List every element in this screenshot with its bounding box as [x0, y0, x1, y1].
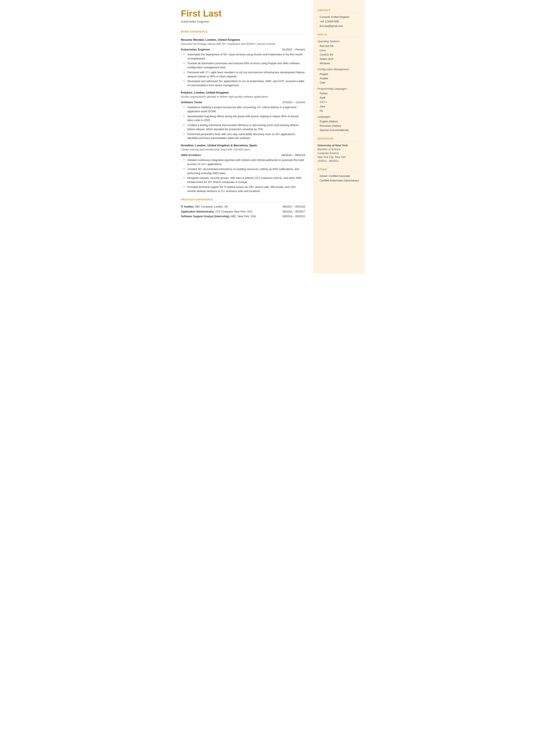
contact-list: Cornwall, United Kingdom+44 1234567890fi… [318, 15, 360, 28]
skill-item: Linux [318, 48, 360, 52]
job-bullets: Automated the deployment of 55+ cloud se… [181, 53, 305, 88]
skills-list: PuppetAnsibleChef [318, 72, 360, 85]
skill-item: CentOS 4/5 [318, 53, 360, 57]
prev-exp-row: IT Auditor, ABC Company, London, UK06/20… [181, 205, 305, 209]
contact-heading: CONTACT [318, 9, 360, 14]
skills-list: PythonSwiftC/C++JavaGo [318, 92, 360, 113]
company-rest: London, United Kingdom [193, 91, 229, 94]
education-container: University of New YorkBachelor of Scienc… [318, 143, 360, 163]
job-description: Education technology startup with 50+ em… [181, 42, 305, 46]
other-list: Docker Certified AssociateCertified Kube… [318, 174, 360, 182]
bullet-item: Spearheaded bug-fixing efforts during th… [183, 114, 305, 123]
contact-item: +44 1234567890 [318, 20, 360, 23]
previous-experience-container: IT Auditor, ABC Company, London, UK06/20… [181, 205, 305, 218]
job-dates: 07/2021 – Current [282, 100, 305, 104]
company-rest: London, United Kingdom [205, 38, 240, 42]
bullet-item: Created 30+ documented instructions on b… [183, 167, 305, 176]
left-column: First Last Kubernetes Engineer WORK EXPE… [171, 0, 313, 274]
skill-item: Java [318, 104, 360, 108]
other-heading: OTHER [318, 168, 360, 172]
skills-list: English (Native)Romanian (Native)Spanish… [318, 120, 360, 132]
education-heading: EDUCATION [318, 137, 360, 142]
skills-heading: SKILLS [318, 33, 360, 38]
prev-role-bold: Software Support Analyst (Internship), [181, 215, 230, 218]
bullet-item: Initiated continuous integration pipelin… [183, 158, 305, 166]
job-description: Assists organizations globally to delive… [181, 95, 305, 99]
prev-exp-dates: 06/2017 – 05/2018 [282, 205, 305, 209]
job-company: Resume Worded, London, United Kingdom [181, 38, 305, 42]
skill-item: Windows [318, 61, 360, 65]
jobs-container: Resume Worded, London, United KingdomEdu… [181, 38, 305, 193]
edu-location: New York City, New York [318, 155, 360, 159]
job-role-row: Kubernetes Engineer01/2022 – Present [181, 47, 305, 52]
bullet-item: Provided technical support for IT-relate… [183, 185, 305, 193]
previous-experience-heading: PREVIOUS EXPERIENCE [181, 198, 305, 203]
skill-item: Chef [318, 81, 360, 85]
work-experience-heading: WORK EXPERIENCE [181, 30, 305, 35]
job-dates: 01/2022 – Present [282, 47, 305, 52]
candidate-name: First Last [181, 9, 305, 18]
skills-category: Operating Systems: [318, 40, 360, 43]
prev-exp-left: Software Support Analyst (Internship), A… [181, 214, 283, 218]
bullet-item: Created a testing framework that boosted… [183, 123, 305, 131]
other-item: Certified Kubernetes Administrator [318, 179, 360, 182]
other-item: Docker Certified Associate [318, 174, 360, 178]
edu-school: University of New York [318, 143, 360, 148]
skills-list: Red Hat 5/6LinuxCentOS 4/5Solaris 9/10Wi… [318, 44, 360, 65]
company-rest: London, United Kingdom & Barcelona, Spai… [194, 144, 257, 147]
job-dates: 06/2018 – 09/2019 [282, 153, 305, 157]
bullet-item: Designed subnets, security groups, IAM r… [183, 176, 305, 184]
prev-exp-dates: 06/2016 – 05/2017 [282, 210, 305, 214]
candidate-title: Kubernetes Engineer [181, 19, 305, 24]
contact-item: first.last@gmail.com [318, 24, 360, 28]
prev-role-bold: IT Auditor, [181, 205, 194, 208]
right-column: CONTACT Cornwall, United Kingdom+44 1234… [313, 0, 365, 274]
job-entry: Growthsi, London, United Kingdom & Barce… [181, 143, 305, 193]
job-role: Kubernetes Engineer [181, 47, 210, 52]
skills-category: Languages: [318, 115, 360, 119]
skills-container: Operating Systems:Red Hat 5/6LinuxCentOS… [318, 40, 360, 132]
job-bullets: Initiated continuous integration pipelin… [181, 158, 305, 193]
skill-item: Spanish (Conversational) [318, 128, 360, 132]
prev-exp-row: Application Administrator, XYZ Company, … [181, 210, 305, 214]
edu-degree: Bachelor of Science [318, 147, 360, 151]
company-bold: Polyhire, [181, 91, 193, 94]
job-company: Growthsi, London, United Kingdom & Barce… [181, 143, 305, 148]
bullet-item: Assisted in initiating a project turnaro… [183, 105, 305, 114]
prev-exp-row: Software Support Analyst (Internship), A… [181, 214, 305, 218]
skill-item: Solaris 9/10 [318, 57, 360, 61]
skill-item: Puppet [318, 72, 360, 76]
skill-item: C/C++ [318, 100, 360, 104]
skill-item: Python [318, 92, 360, 96]
edu-field: Computer Science [318, 151, 360, 155]
edu-dates: 10/2011 - 06/2014 [318, 159, 360, 163]
job-role-row: Software Tester07/2021 – Current [181, 100, 305, 104]
job-role: Software Tester [181, 100, 203, 104]
contact-item: Cornwall, United Kingdom [318, 15, 360, 19]
skill-item: Swift [318, 96, 360, 100]
company-bold: Growthsi, [181, 144, 194, 147]
skills-category: Configuration Management: [318, 68, 360, 71]
job-entry: Resume Worded, London, United KingdomEdu… [181, 38, 305, 88]
job-entry: Polyhire, London, United KingdomAssists … [181, 91, 305, 140]
skills-category: Programming Languages: [318, 87, 360, 91]
bullet-item: Partnered with 17+ agile team members to… [183, 70, 305, 79]
job-bullets: Assisted in initiating a project turnaro… [181, 105, 305, 140]
prev-exp-left: IT Auditor, ABC Company, London, UK [181, 205, 283, 209]
prev-role-bold: Application Administrator, [181, 210, 214, 213]
bullet-item: Tracked all automation processes and red… [183, 61, 305, 70]
bullet-item: Developed and optimized 34+ applications… [183, 79, 305, 88]
job-role-row: AWS Architect06/2018 – 09/2019 [181, 153, 305, 157]
job-description: Career training and membership SaaS with… [181, 148, 305, 152]
skill-item: Romanian (Native) [318, 124, 360, 128]
skill-item: Go [318, 109, 360, 113]
skill-item: Red Hat 5/6 [318, 44, 360, 48]
resume-page: First Last Kubernetes Engineer WORK EXPE… [171, 0, 365, 274]
bullet-item: Automated the deployment of 55+ cloud se… [183, 53, 305, 61]
skill-item: Ansible [318, 76, 360, 80]
bullet-item: Performed penetration tests with zero-da… [183, 132, 305, 141]
job-role: AWS Architect [181, 153, 201, 157]
skill-item: English (Native) [318, 120, 360, 124]
prev-exp-dates: 09/2014 – 05/2015 [282, 214, 305, 218]
job-company: Polyhire, London, United Kingdom [181, 91, 305, 95]
